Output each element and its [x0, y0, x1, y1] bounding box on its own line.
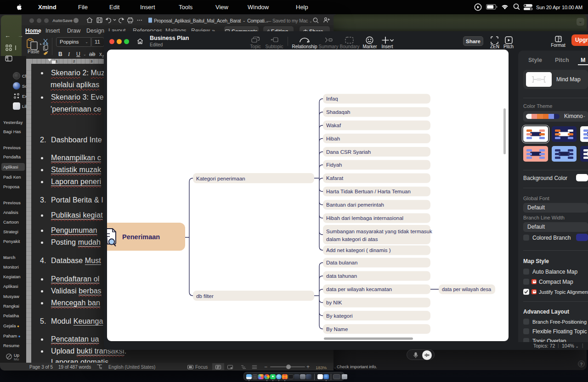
svg-text:Kafarat: Kafarat: [326, 175, 344, 181]
svg-text:By Name: By Name: [326, 326, 348, 332]
svg-text:data per wilayah desa: data per wilayah desa: [442, 286, 492, 292]
svg-text:Add net kategori ( dinamis ): Add net kategori ( dinamis ): [326, 247, 391, 253]
svg-text:Hibah dari lembaga internasion: Hibah dari lembaga internasional: [326, 215, 403, 221]
svg-text:Penerimaan: Penerimaan: [122, 233, 160, 241]
svg-text:data per wilayah kecamatan: data per wilayah kecamatan: [326, 286, 392, 292]
svg-text:Kategori penerimaan: Kategori penerimaan: [196, 176, 245, 181]
svg-text:data tahunan: data tahunan: [326, 273, 357, 279]
svg-text:Fidyah: Fidyah: [326, 162, 342, 168]
svg-text:Infaq: Infaq: [326, 96, 338, 101]
svg-text:Dana CSR Syariah: Dana CSR Syariah: [326, 149, 371, 155]
svg-text:Sumbangan masyarakat yang tida: Sumbangan masyarakat yang tidak termasuk: [326, 229, 432, 234]
svg-text:Harta Tidak Bertuan / Harta Te: Harta Tidak Bertuan / Harta Temuan: [326, 189, 411, 194]
svg-text:db filter: db filter: [196, 293, 214, 299]
svg-text:by NIK: by NIK: [326, 300, 342, 305]
svg-text:Wakaf: Wakaf: [326, 123, 341, 128]
svg-text:Bantuan dari pemerintah: Bantuan dari pemerintah: [326, 202, 384, 208]
svg-text:Shadaqah: Shadaqah: [326, 109, 350, 115]
svg-text:dalam kategori di atas: dalam kategori di atas: [326, 236, 378, 242]
svg-text:By kategori: By kategori: [326, 313, 353, 319]
svg-text:Data bulanan: Data bulanan: [326, 260, 357, 265]
svg-text:Hibah: Hibah: [326, 136, 340, 141]
